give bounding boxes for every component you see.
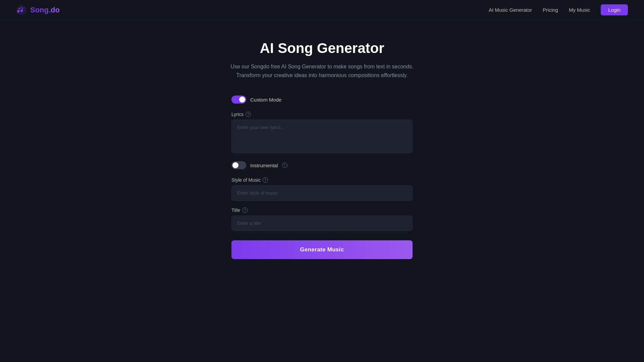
instrumental-row: Instrumental ? bbox=[231, 161, 413, 169]
custom-mode-label: Custom Mode bbox=[250, 97, 281, 103]
instrumental-help-icon[interactable]: ? bbox=[282, 163, 287, 168]
instrumental-slider bbox=[231, 161, 246, 169]
page-subtitle: Use our Songdo free AI Song Generator to… bbox=[228, 62, 416, 79]
logo-text: Song.do bbox=[30, 6, 60, 14]
instrumental-label: Instrumental bbox=[250, 163, 278, 168]
logo-area: Song.do bbox=[16, 5, 60, 15]
style-help-icon[interactable]: ? bbox=[263, 177, 268, 183]
nav-pricing[interactable]: Pricing bbox=[543, 7, 558, 13]
lyrics-help-icon[interactable]: ? bbox=[246, 112, 251, 117]
generate-music-button[interactable]: Generate Music bbox=[231, 240, 413, 259]
title-input[interactable] bbox=[231, 216, 413, 231]
style-of-music-field-group: Style of Music ? bbox=[231, 177, 413, 201]
nav-my-music[interactable]: My Music bbox=[569, 7, 590, 13]
custom-mode-slider bbox=[231, 96, 246, 104]
nav-ai-music-generator[interactable]: AI Music Generator bbox=[489, 7, 532, 13]
login-button[interactable]: Login bbox=[601, 4, 628, 15]
lyrics-label: Lyrics ? bbox=[231, 112, 413, 117]
title-help-icon[interactable]: ? bbox=[242, 207, 248, 213]
form-container: Custom Mode Lyrics ? Instrumental ? Styl… bbox=[231, 96, 413, 259]
custom-mode-toggle[interactable] bbox=[231, 96, 246, 104]
custom-mode-row: Custom Mode bbox=[231, 96, 413, 104]
style-of-music-label: Style of Music ? bbox=[231, 177, 413, 183]
lyrics-textarea[interactable] bbox=[231, 120, 413, 153]
page-title: AI Song Generator bbox=[260, 40, 384, 56]
navbar: Song.do AI Music Generator Pricing My Mu… bbox=[0, 0, 644, 20]
title-field-group: Title ? bbox=[231, 207, 413, 231]
instrumental-toggle[interactable] bbox=[231, 161, 246, 169]
style-of-music-input[interactable] bbox=[231, 185, 413, 201]
main-content: AI Song Generator Use our Songdo free AI… bbox=[0, 20, 644, 286]
lyrics-field-group: Lyrics ? bbox=[231, 112, 413, 155]
logo-icon bbox=[16, 5, 27, 15]
navbar-right: AI Music Generator Pricing My Music Logi… bbox=[489, 4, 628, 15]
title-label: Title ? bbox=[231, 207, 413, 213]
